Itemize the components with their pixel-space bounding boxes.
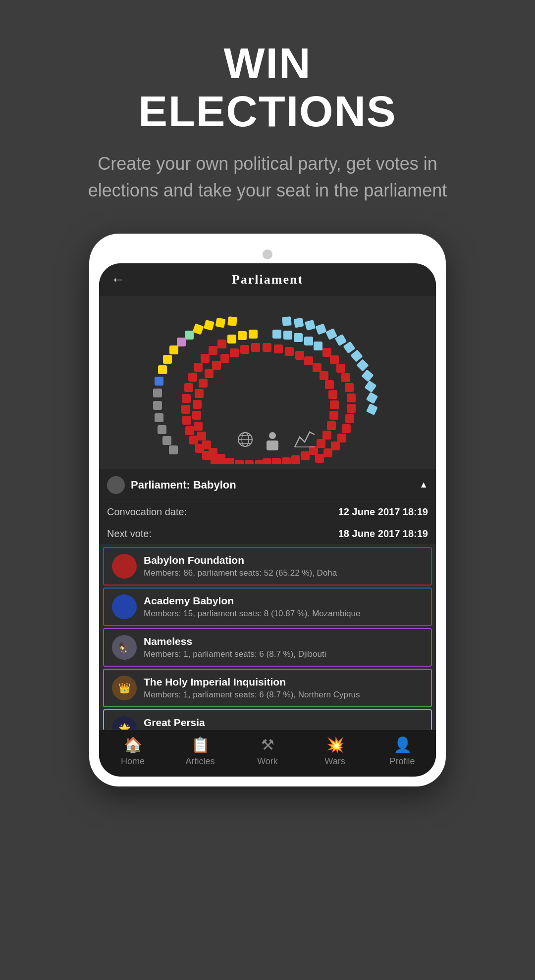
party-details: Babylon Foundation Members: 86, parliame… bbox=[144, 554, 423, 578]
svg-rect-38 bbox=[345, 383, 354, 392]
svg-rect-91 bbox=[195, 389, 204, 398]
parliament-info: Parliament: Babylon ▲ Convocation date: … bbox=[99, 469, 436, 545]
svg-rect-23 bbox=[153, 389, 162, 397]
nav-label-home: Home bbox=[121, 756, 145, 767]
party-item[interactable]: 👑 The Holy Imperial Inquisition Members:… bbox=[103, 669, 432, 707]
svg-rect-98 bbox=[216, 454, 225, 463]
svg-rect-73 bbox=[328, 390, 337, 399]
nav-item-articles[interactable]: 📋 Articles bbox=[166, 736, 234, 767]
svg-rect-33 bbox=[314, 342, 322, 350]
svg-rect-110 bbox=[267, 441, 278, 450]
nav-item-work[interactable]: ⚒ Work bbox=[234, 736, 301, 767]
svg-rect-92 bbox=[193, 400, 202, 409]
svg-rect-43 bbox=[337, 434, 346, 442]
nav-label-work: Work bbox=[257, 756, 278, 767]
svg-rect-45 bbox=[323, 448, 332, 457]
party-details: Academy Babylon Members: 15, parliament … bbox=[144, 595, 423, 619]
svg-rect-80 bbox=[301, 451, 310, 460]
app-title: Parliament bbox=[232, 272, 303, 287]
party-meta: Members: 1, parliament seats: 6 (8.7 %),… bbox=[144, 649, 423, 659]
svg-rect-3 bbox=[315, 323, 326, 335]
hero-title: Win Elections bbox=[30, 40, 505, 136]
svg-rect-2 bbox=[305, 320, 316, 331]
svg-rect-10 bbox=[364, 380, 376, 392]
party-name: Nameless bbox=[144, 636, 423, 647]
svg-rect-37 bbox=[341, 373, 350, 382]
chevron-up-icon: ▲ bbox=[419, 480, 428, 490]
svg-rect-21 bbox=[158, 365, 167, 374]
articles-icon: 📋 bbox=[191, 736, 210, 753]
svg-rect-83 bbox=[272, 458, 281, 464]
svg-rect-60 bbox=[189, 436, 198, 444]
bottom-navigation: 🏠 Home 📋 Articles ⚒ Work 💥 Wars 👤 bbox=[99, 730, 436, 777]
party-item[interactable]: 🦅 Nameless Members: 1, parliament seats:… bbox=[103, 628, 432, 667]
svg-rect-40 bbox=[347, 404, 356, 413]
svg-rect-74 bbox=[330, 400, 339, 409]
svg-rect-55 bbox=[184, 383, 193, 392]
svg-rect-67 bbox=[285, 347, 294, 356]
parliament-name: Parliament: Babylon bbox=[131, 479, 419, 491]
svg-rect-28 bbox=[169, 445, 178, 454]
svg-rect-70 bbox=[313, 363, 321, 372]
svg-rect-95 bbox=[197, 432, 206, 441]
svg-rect-14 bbox=[215, 317, 226, 328]
parliament-header-row[interactable]: Parliament: Babylon ▲ bbox=[99, 469, 436, 501]
svg-rect-16 bbox=[192, 323, 204, 335]
parliament-chart bbox=[109, 306, 426, 464]
parliament-visualization bbox=[99, 296, 436, 469]
svg-rect-30 bbox=[283, 331, 292, 340]
svg-rect-72 bbox=[325, 380, 334, 389]
party-details: The Holy Imperial Inquisition Members: 1… bbox=[144, 676, 423, 700]
svg-rect-25 bbox=[155, 413, 163, 422]
svg-rect-103 bbox=[263, 458, 271, 464]
svg-rect-1 bbox=[294, 317, 304, 328]
convocation-value: 12 June 2017 18:19 bbox=[338, 506, 428, 518]
party-meta: Members: 15, parliament seats: 8 (10.87 … bbox=[144, 609, 423, 619]
phone-mockup: ← Parliament bbox=[0, 234, 535, 786]
svg-rect-36 bbox=[336, 364, 345, 373]
svg-rect-49 bbox=[227, 335, 236, 343]
hero-subtitle: Create your own political party, get vot… bbox=[69, 150, 466, 204]
svg-rect-52 bbox=[201, 354, 210, 363]
party-name: Babylon Foundation bbox=[144, 554, 423, 566]
svg-rect-41 bbox=[345, 414, 354, 423]
party-logo: 👑 bbox=[112, 676, 137, 700]
party-item[interactable]: Academy Babylon Members: 15, parliament … bbox=[103, 588, 432, 626]
nav-item-wars[interactable]: 💥 Wars bbox=[301, 736, 369, 767]
svg-rect-39 bbox=[347, 393, 356, 402]
back-button[interactable]: ← bbox=[111, 272, 125, 288]
phone-outer: ← Parliament bbox=[89, 234, 446, 786]
nav-item-profile[interactable]: 👤 Profile bbox=[369, 736, 436, 767]
party-meta: Members: 86, parliament seats: 52 (65.22… bbox=[144, 568, 423, 578]
party-logo bbox=[112, 594, 137, 619]
svg-rect-31 bbox=[294, 333, 303, 342]
svg-rect-87 bbox=[220, 354, 229, 363]
svg-rect-99 bbox=[225, 458, 234, 464]
svg-rect-57 bbox=[181, 405, 190, 414]
svg-rect-32 bbox=[304, 337, 313, 345]
svg-rect-93 bbox=[192, 411, 201, 420]
svg-rect-19 bbox=[169, 345, 178, 354]
next-vote-row: Next vote: 18 June 2017 18:19 bbox=[99, 523, 436, 545]
nav-item-home[interactable]: 🏠 Home bbox=[99, 736, 166, 767]
svg-rect-69 bbox=[304, 356, 313, 365]
svg-rect-12 bbox=[366, 403, 378, 415]
svg-rect-22 bbox=[155, 377, 163, 386]
svg-rect-85 bbox=[240, 345, 249, 354]
svg-rect-75 bbox=[329, 411, 338, 420]
next-vote-value: 18 June 2017 18:19 bbox=[338, 528, 428, 539]
home-icon: 🏠 bbox=[124, 736, 142, 753]
svg-rect-68 bbox=[295, 351, 304, 360]
profile-icon: 👤 bbox=[393, 736, 412, 753]
svg-rect-94 bbox=[194, 422, 203, 431]
svg-rect-51 bbox=[209, 346, 217, 355]
party-item[interactable]: Babylon Foundation Members: 86, parliame… bbox=[103, 547, 432, 586]
svg-rect-0 bbox=[282, 316, 292, 326]
svg-rect-18 bbox=[177, 338, 186, 346]
nav-label-articles: Articles bbox=[185, 756, 214, 767]
svg-rect-58 bbox=[182, 416, 191, 425]
svg-rect-34 bbox=[322, 348, 331, 357]
svg-rect-84 bbox=[251, 343, 260, 352]
svg-rect-35 bbox=[330, 355, 339, 364]
svg-rect-101 bbox=[245, 460, 254, 464]
